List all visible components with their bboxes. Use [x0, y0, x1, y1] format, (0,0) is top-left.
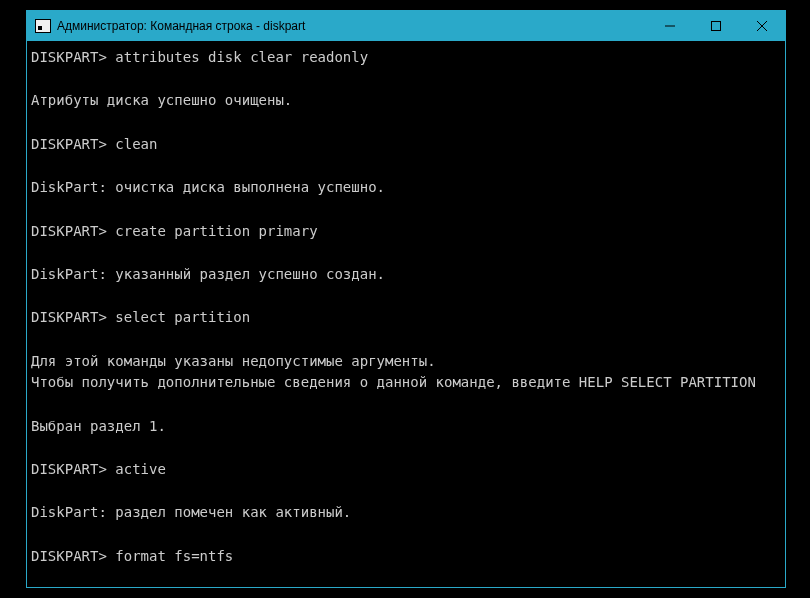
terminal-line — [31, 112, 781, 134]
terminal-line: DISKPART> attributes disk clear readonly — [31, 47, 781, 69]
minimize-button[interactable] — [647, 11, 693, 41]
maximize-button[interactable] — [693, 11, 739, 41]
terminal-line — [31, 437, 781, 459]
terminal-line — [31, 524, 781, 546]
terminal-line: DiskPart: очистка диска выполнена успешн… — [31, 177, 781, 199]
terminal-line — [31, 242, 781, 264]
terminal-line: DiskPart: указанный раздел успешно созда… — [31, 264, 781, 286]
terminal-line: Выбран раздел 1. — [31, 416, 781, 438]
terminal-line — [31, 286, 781, 308]
terminal-line — [31, 394, 781, 416]
terminal-line — [31, 69, 781, 91]
terminal-line — [31, 199, 781, 221]
terminal-line: Для этой команды указаны недопустимые ар… — [31, 351, 781, 373]
terminal-output[interactable]: DISKPART> attributes disk clear readonly… — [27, 41, 785, 587]
terminal-line: DiskPart: раздел помечен как активный. — [31, 502, 781, 524]
terminal-line — [31, 329, 781, 351]
close-button[interactable] — [739, 11, 785, 41]
window-title: Администратор: Командная строка - diskpa… — [57, 19, 647, 33]
terminal-line: DISKPART> create partition primary — [31, 221, 781, 243]
cmd-window: Администратор: Командная строка - diskpa… — [26, 10, 786, 588]
terminal-line: DISKPART> active — [31, 459, 781, 481]
terminal-line — [31, 481, 781, 503]
terminal-line — [31, 568, 781, 588]
app-icon — [35, 19, 51, 33]
svg-rect-1 — [712, 22, 721, 31]
titlebar-controls — [647, 11, 785, 41]
terminal-line: Чтобы получить дополнительные сведения о… — [31, 372, 781, 394]
terminal-line: DISKPART> clean — [31, 134, 781, 156]
titlebar[interactable]: Администратор: Командная строка - diskpa… — [27, 11, 785, 41]
terminal-line: DISKPART> select partition — [31, 307, 781, 329]
terminal-line — [31, 155, 781, 177]
terminal-line: DISKPART> format fs=ntfs — [31, 546, 781, 568]
terminal-line: Атрибуты диска успешно очищены. — [31, 90, 781, 112]
